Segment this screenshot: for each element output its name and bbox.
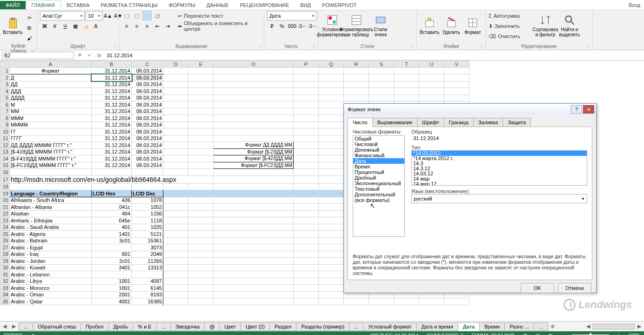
cell[interactable] (163, 115, 188, 122)
cell[interactable] (163, 237, 188, 244)
cell[interactable] (188, 197, 214, 204)
row-header[interactable]: 11 (0, 135, 10, 142)
cell[interactable] (163, 94, 188, 101)
col-header[interactable]: S (369, 61, 394, 68)
cell[interactable] (163, 101, 188, 108)
cell[interactable] (10, 183, 92, 190)
cell[interactable] (294, 88, 319, 95)
format-as-table-button[interactable]: Форматировать как таблицу (345, 11, 368, 40)
cell[interactable] (319, 183, 344, 190)
find-select-button[interactable]: Найти и выделить (558, 11, 581, 40)
cell[interactable] (163, 74, 188, 81)
row-header[interactable]: 10 (0, 128, 10, 135)
col-header[interactable]: U (419, 61, 444, 68)
cell[interactable] (188, 204, 214, 211)
align-middle-icon[interactable]: ⬚ (132, 11, 141, 20)
sheet-tab[interactable]: Дата (458, 322, 480, 331)
cell[interactable] (294, 237, 319, 244)
cell[interactable]: 08.03.2014 (132, 135, 163, 142)
cell[interactable]: 2c01 (92, 258, 132, 265)
row-header[interactable]: 8 (0, 115, 10, 122)
cell[interactable] (344, 94, 369, 101)
cell[interactable]: 3401 (92, 264, 132, 271)
formula-input[interactable]: 31.12.2014 (105, 52, 642, 59)
paste-button[interactable]: Вставить (3, 11, 23, 40)
cell[interactable]: 08.03.2014 (132, 67, 163, 74)
cell[interactable]: 3c01 (92, 237, 132, 244)
cell[interactable]: ММ (10, 108, 92, 115)
cell[interactable] (294, 251, 319, 258)
cell[interactable] (319, 251, 344, 258)
cell[interactable] (214, 197, 294, 204)
cell[interactable] (319, 291, 344, 298)
category-list[interactable]: ОбщийЧисловойДенежныйФинансовыйДатаВремя… (353, 135, 405, 237)
tab-file[interactable]: ФАЙЛ (0, 1, 26, 9)
cell[interactable] (319, 88, 344, 95)
cell[interactable] (188, 244, 214, 251)
table-row[interactable]: 2Д31.12.201408.03.2014 (0, 74, 470, 81)
cell[interactable] (319, 128, 344, 135)
cell[interactable] (163, 291, 188, 298)
cell[interactable] (319, 169, 344, 176)
cell[interactable] (214, 224, 294, 231)
cell[interactable]: Arabic - Morocco (10, 285, 92, 292)
cell[interactable] (319, 148, 344, 155)
type-item[interactable]: 14.03.12 (412, 171, 587, 176)
cell[interactable] (188, 67, 214, 74)
cell[interactable] (188, 169, 214, 176)
row-header[interactable]: 34 (0, 291, 10, 298)
cell[interactable]: Arabic - Jordan (10, 258, 92, 265)
cell[interactable] (163, 298, 188, 305)
col-header[interactable]: R (344, 61, 369, 68)
category-item[interactable]: Дополнительный (353, 192, 404, 197)
cell[interactable]: ГГ (10, 128, 92, 135)
scroll-left-icon[interactable]: ◀ (584, 323, 593, 329)
cell[interactable]: 31.12.2014 (92, 67, 132, 74)
cell[interactable]: Amharic - Ethiopia (10, 217, 92, 224)
cell[interactable]: Arabic - Lebanon (10, 271, 92, 278)
cell[interactable] (294, 74, 319, 81)
sheet-tab[interactable]: Раздел (269, 322, 296, 331)
cell[interactable] (188, 142, 214, 149)
cell[interactable] (294, 298, 319, 305)
cell[interactable] (188, 291, 214, 298)
sheet-tab[interactable]: Цвет (219, 322, 241, 331)
category-item[interactable]: Денежный (353, 147, 404, 153)
row-header[interactable]: 23 (0, 217, 10, 224)
cell[interactable] (294, 135, 319, 142)
align-left-icon[interactable]: ≡ (122, 21, 131, 31)
cell[interactable]: LCID Hex (92, 190, 132, 197)
cell[interactable] (319, 162, 344, 169)
cell[interactable]: 08.03.2014 (132, 88, 163, 95)
cell[interactable]: Arabic - Egypt (10, 244, 92, 251)
cell[interactable] (319, 74, 344, 81)
cell[interactable] (163, 183, 188, 190)
cell[interactable] (132, 271, 163, 278)
row-header[interactable]: 14 (0, 155, 10, 162)
cell[interactable] (214, 278, 294, 285)
cell[interactable] (214, 88, 294, 95)
view-page-icon[interactable]: ▤ (536, 333, 540, 335)
row-header[interactable]: 13 (0, 148, 10, 155)
cell[interactable] (319, 278, 344, 285)
orientation-icon[interactable]: ⭯ (153, 11, 162, 20)
scroll-right-icon[interactable]: ▶ (635, 323, 644, 329)
cell[interactable]: ДДДД (10, 94, 92, 101)
horizontal-scrollbar[interactable] (593, 324, 635, 329)
col-header[interactable]: B (92, 61, 132, 68)
cancel-button[interactable]: Отмена (558, 283, 591, 293)
cell[interactable] (188, 251, 214, 258)
category-item[interactable]: Дата (353, 158, 404, 164)
cell[interactable]: 484 (92, 210, 132, 217)
cell[interactable] (214, 121, 294, 128)
cell[interactable] (214, 169, 294, 176)
cell[interactable] (294, 162, 319, 169)
cell[interactable]: http://msdn.microsoft.com/en-us/goglobal… (10, 175, 214, 183)
sheet-tab[interactable]: Пробел (80, 322, 109, 331)
cell[interactable] (163, 258, 188, 265)
cell[interactable]: 31.12.2014 (92, 162, 132, 169)
cell[interactable] (319, 115, 344, 122)
cell[interactable] (163, 190, 188, 197)
align-right-icon[interactable]: ≡ (142, 21, 152, 31)
dialog-tab[interactable]: Защита (503, 118, 531, 127)
